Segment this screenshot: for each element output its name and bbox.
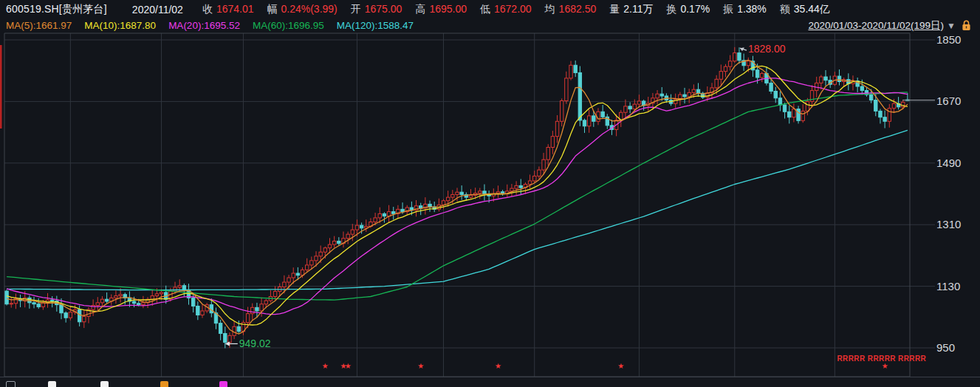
event-star[interactable]: ★ [617,362,624,370]
price-axis-label: 1850 [936,33,961,46]
tool-white-2[interactable] [100,381,109,387]
svg-text:1828.00: 1828.00 [748,43,786,55]
ma120-line [7,130,908,290]
left-edge-clipped-candle [0,45,2,129]
event-star[interactable]: ★ [495,362,501,370]
event-star[interactable]: ★ [882,362,888,370]
price-axis-label: 1310 [936,218,961,230]
svg-text:949.02: 949.02 [239,338,271,349]
price-axis-label: 950 [936,341,955,354]
tool-magenta[interactable] [219,381,227,387]
chart-frame [4,33,910,377]
event-markers: ★★★★★★★RRRRR RRRRR RRRRR [322,355,927,370]
bottom-toolbar [0,377,980,387]
price-axis-label: 1670 [936,95,961,107]
tool-select[interactable] [6,381,16,387]
tool-white-1[interactable] [48,381,56,387]
event-star[interactable]: ★ [417,362,424,370]
high-annotation: 1828.00 [740,43,786,55]
price-axis-label: 1130 [936,280,960,292]
price-axis-label: 1490 [936,157,961,169]
ex-rights-markers[interactable]: RRRRR RRRRR RRRRR [837,355,927,363]
stock-chart-window: 600519.SH[贵州茅台] 2020/11/02 收1674.01幅0.24… [0,0,980,387]
kline-chart[interactable]: 185016701490131011309501828.00949.02★★★★… [0,0,980,387]
event-star[interactable]: ★ [322,362,329,370]
event-star[interactable]: ★ [345,362,352,370]
tool-orange[interactable] [160,381,168,387]
